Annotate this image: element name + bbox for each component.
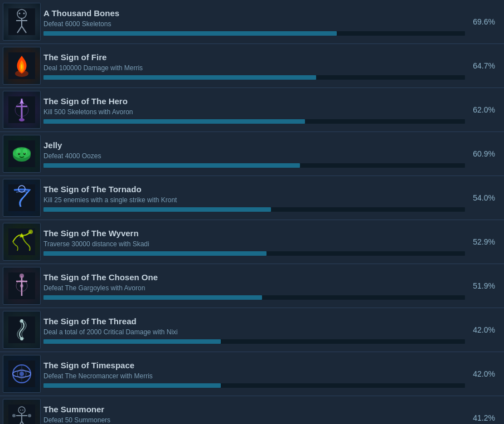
svg-point-38 bbox=[20, 319, 23, 323]
svg-point-53 bbox=[28, 414, 31, 417]
achievement-title-the-summoner: The Summoner bbox=[43, 404, 465, 414]
achievements-list: A Thousand BonesDefeat 6000 Skeletons69.… bbox=[0, 0, 504, 424]
achievement-row-sign-of-timespace[interactable]: The Sign of TimespaceDefeat The Necroman… bbox=[0, 352, 504, 396]
achievement-desc-sign-of-hero: Kill 500 Skeletons with Avoron bbox=[43, 108, 465, 116]
achievement-row-jelly[interactable]: JellyDefeat 4000 Oozes60.9% bbox=[0, 132, 504, 176]
svg-point-54 bbox=[20, 410, 21, 411]
svg-point-18 bbox=[13, 147, 31, 158]
achievement-desc-sign-of-chosen-one: Defeat The Gargoyles with Avoron bbox=[43, 284, 465, 292]
progress-bar-jelly bbox=[43, 163, 300, 168]
achievement-title-sign-of-thread: The Sign of The Thread bbox=[43, 316, 465, 326]
svg-point-36 bbox=[20, 284, 23, 287]
achievement-content-sign-of-tornado: The Sign of The TornadoKill 25 enemies w… bbox=[43, 184, 465, 212]
svg-point-6 bbox=[19, 13, 21, 14]
progress-bar-sign-of-fire bbox=[43, 75, 316, 80]
progress-bar-container-sign-of-wyvern bbox=[43, 251, 465, 256]
progress-bar-container-sign-of-tornado bbox=[43, 207, 465, 212]
achievement-percentage-a-thousand-bones: 69.6% bbox=[465, 17, 504, 26]
progress-bar-sign-of-tornado bbox=[43, 207, 271, 212]
achievement-desc-sign-of-wyvern: Traverse 30000 distance with Skadi bbox=[43, 240, 465, 248]
progress-bar-container-sign-of-timespace bbox=[43, 383, 465, 388]
achievement-title-jelly: Jelly bbox=[43, 140, 465, 150]
achievement-title-sign-of-hero: The Sign of The Hero bbox=[43, 96, 465, 106]
svg-point-39 bbox=[20, 337, 23, 340]
achievement-icon-the-summoner bbox=[3, 399, 41, 424]
achievement-row-sign-of-wyvern[interactable]: The Sign of The WyvernTraverse 30000 dis… bbox=[0, 220, 504, 264]
svg-point-55 bbox=[22, 410, 23, 411]
achievement-content-sign-of-fire: The Sign of FireDeal 100000 Damage with … bbox=[43, 52, 465, 80]
progress-bar-sign-of-chosen-one bbox=[43, 295, 262, 300]
progress-bar-container-sign-of-hero bbox=[43, 119, 465, 124]
achievement-content-jelly: JellyDefeat 4000 Oozes bbox=[43, 140, 465, 168]
achievement-row-sign-of-chosen-one[interactable]: The Sign of The Chosen OneDefeat The Gar… bbox=[0, 264, 504, 308]
progress-bar-container-sign-of-thread bbox=[43, 339, 465, 344]
svg-point-23 bbox=[18, 153, 19, 153]
achievement-content-sign-of-wyvern: The Sign of The WyvernTraverse 30000 dis… bbox=[43, 228, 465, 256]
achievement-content-sign-of-hero: The Sign of The HeroKill 500 Skeletons w… bbox=[43, 96, 465, 124]
achievement-percentage-the-summoner: 41.2% bbox=[465, 413, 504, 422]
progress-bar-container-sign-of-chosen-one bbox=[43, 295, 465, 300]
achievement-row-sign-of-thread[interactable]: The Sign of The ThreadDeal a total of 20… bbox=[0, 308, 504, 352]
achievement-content-the-summoner: The SummonerDefeat 50 Summoners bbox=[43, 404, 465, 425]
progress-bar-sign-of-thread bbox=[43, 339, 221, 344]
achievement-icon-a-thousand-bones bbox=[3, 3, 41, 41]
achievement-content-a-thousand-bones: A Thousand BonesDefeat 6000 Skeletons bbox=[43, 8, 465, 36]
achievement-percentage-sign-of-fire: 64.7% bbox=[465, 61, 504, 70]
progress-bar-container-jelly bbox=[43, 163, 465, 168]
achievement-icon-sign-of-chosen-one bbox=[3, 267, 41, 305]
progress-bar-a-thousand-bones bbox=[43, 31, 337, 36]
achievement-percentage-sign-of-hero: 62.0% bbox=[465, 105, 504, 114]
svg-point-24 bbox=[24, 153, 25, 153]
svg-point-7 bbox=[23, 13, 25, 14]
achievement-title-sign-of-tornado: The Sign of The Tornado bbox=[43, 184, 465, 194]
achievement-percentage-sign-of-tornado: 54.0% bbox=[465, 193, 504, 202]
svg-point-29 bbox=[28, 230, 33, 234]
achievement-icon-sign-of-hero bbox=[3, 91, 41, 129]
achievement-row-a-thousand-bones[interactable]: A Thousand BonesDefeat 6000 Skeletons69.… bbox=[0, 0, 504, 44]
achievement-icon-sign-of-timespace bbox=[3, 355, 41, 393]
svg-point-26 bbox=[14, 188, 30, 192]
progress-bar-container-sign-of-fire bbox=[43, 75, 465, 80]
achievement-icon-sign-of-wyvern bbox=[3, 223, 41, 261]
achievement-desc-jelly: Defeat 4000 Oozes bbox=[43, 152, 465, 160]
achievement-percentage-sign-of-chosen-one: 51.9% bbox=[465, 281, 504, 290]
progress-bar-container-a-thousand-bones bbox=[43, 31, 465, 36]
achievement-content-sign-of-chosen-one: The Sign of The Chosen OneDefeat The Gar… bbox=[43, 272, 465, 300]
achievement-desc-the-summoner: Defeat 50 Summoners bbox=[43, 416, 465, 424]
achievement-row-sign-of-hero[interactable]: The Sign of The HeroKill 500 Skeletons w… bbox=[0, 88, 504, 132]
progress-bar-sign-of-hero bbox=[43, 119, 305, 124]
achievement-icon-sign-of-fire bbox=[3, 47, 41, 85]
achievement-title-sign-of-wyvern: The Sign of The Wyvern bbox=[43, 228, 465, 238]
achievement-desc-sign-of-timespace: Defeat The Necromancer with Merris bbox=[43, 372, 465, 380]
achievement-title-sign-of-fire: The Sign of Fire bbox=[43, 52, 465, 62]
achievement-title-sign-of-chosen-one: The Sign of The Chosen One bbox=[43, 272, 465, 282]
progress-bar-sign-of-wyvern bbox=[43, 251, 266, 256]
achievement-row-sign-of-fire[interactable]: The Sign of FireDeal 100000 Damage with … bbox=[0, 44, 504, 88]
svg-point-52 bbox=[12, 414, 16, 417]
achievement-title-a-thousand-bones: A Thousand Bones bbox=[43, 8, 465, 18]
svg-point-34 bbox=[20, 274, 24, 278]
achievement-desc-sign-of-tornado: Kill 25 enemies with a single strike wit… bbox=[43, 196, 465, 204]
achievement-content-sign-of-thread: The Sign of The ThreadDeal a total of 20… bbox=[43, 316, 465, 344]
achievement-percentage-sign-of-wyvern: 52.9% bbox=[465, 237, 504, 246]
achievement-icon-sign-of-thread bbox=[3, 311, 41, 349]
achievement-percentage-jelly: 60.9% bbox=[465, 149, 504, 158]
achievement-row-sign-of-tornado[interactable]: The Sign of The TornadoKill 25 enemies w… bbox=[0, 176, 504, 220]
achievement-desc-a-thousand-bones: Defeat 6000 Skeletons bbox=[43, 20, 465, 28]
achievement-desc-sign-of-thread: Deal a total of 2000 Critical Damage wit… bbox=[43, 328, 465, 336]
achievement-icon-sign-of-tornado bbox=[3, 179, 41, 217]
achievement-icon-jelly bbox=[3, 135, 41, 173]
achievement-desc-sign-of-fire: Deal 100000 Damage with Merris bbox=[43, 64, 465, 72]
achievement-percentage-sign-of-timespace: 42.0% bbox=[465, 369, 504, 378]
progress-bar-sign-of-timespace bbox=[43, 383, 221, 388]
svg-point-14 bbox=[19, 118, 25, 121]
achievement-percentage-sign-of-thread: 42.0% bbox=[465, 325, 504, 334]
achievement-row-the-summoner[interactable]: The SummonerDefeat 50 Summoners41.2% bbox=[0, 396, 504, 424]
achievement-title-sign-of-timespace: The Sign of Timespace bbox=[43, 360, 465, 370]
achievement-content-sign-of-timespace: The Sign of TimespaceDefeat The Necroman… bbox=[43, 360, 465, 388]
